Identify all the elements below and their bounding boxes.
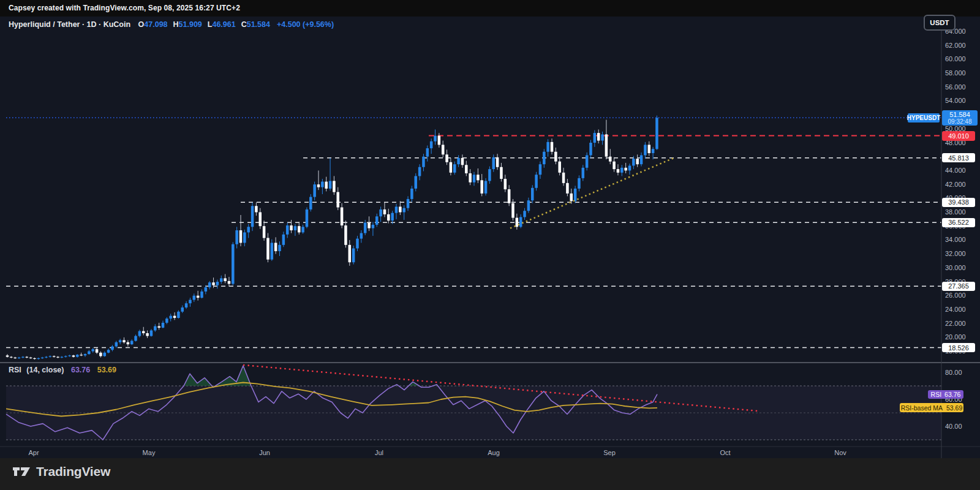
rsi-ma-badge-value: 53.69 <box>946 404 962 412</box>
rsi-value-badge: RSI 63.76 <box>928 390 963 399</box>
rsi-ma-badge-label: RSI-based MA <box>901 404 943 412</box>
change-value: +4.500 (+9.56%) <box>277 20 334 29</box>
price-tick: 32.000 <box>945 250 966 257</box>
tradingview-logo-icon <box>12 464 31 479</box>
price-tick: 30.000 <box>945 264 966 271</box>
chart-canvas[interactable] <box>0 0 980 490</box>
price-line-symbol-badge: HYPEUSDT <box>908 113 940 123</box>
price-tick: 24.000 <box>945 306 966 313</box>
bar-countdown: 09:32:48 <box>948 118 972 125</box>
ohlc-c-value: 51.584 <box>247 20 270 29</box>
symbol-info-row[interactable]: Hyperliquid / Tether · 1D · KuCoin O47.0… <box>9 20 334 29</box>
ohlc-o-label: O <box>138 20 145 29</box>
ohlc-h-value: 51.909 <box>179 20 202 29</box>
tradingview-published-chart: 64.00062.00060.00058.00056.00054.00052.0… <box>0 0 980 490</box>
rsi-badge-value: 63.76 <box>944 391 960 398</box>
price-tick: 44.000 <box>945 167 966 174</box>
currency-toggle-button[interactable]: USDT <box>924 15 956 31</box>
month-tick: Sep <box>603 449 616 456</box>
level-price-badge: 27.365 <box>942 282 975 291</box>
month-tick: May <box>143 449 156 456</box>
attribution-bar: Capsey created with TradingView.com, Sep… <box>0 0 980 17</box>
level-price-badge: 36.522 <box>942 218 975 227</box>
ohlc-o-value: 47.098 <box>144 20 167 29</box>
price-tick: 62.000 <box>945 42 966 49</box>
rsi-params: (14, close) <box>26 366 64 374</box>
month-tick: Jul <box>375 449 383 456</box>
month-tick: Jun <box>259 449 270 456</box>
price-tick: 42.000 <box>945 181 966 188</box>
rsi-title: RSI <box>9 366 21 374</box>
level-price-badge: 18.526 <box>942 343 975 352</box>
tradingview-logo-text: TradingView <box>36 464 110 479</box>
level-price-badge: 39.438 <box>942 198 975 207</box>
rsi-ma-badge: RSI-based MA 53.69 <box>900 403 963 412</box>
last-price-badge: 51.584 09:32:48 <box>942 110 978 126</box>
month-tick: Aug <box>488 449 500 456</box>
resistance-price-badge: 49.010 <box>942 131 975 141</box>
month-tick: Apr <box>28 449 39 456</box>
ohlc-c-label: C <box>241 20 247 29</box>
price-tick: 22.000 <box>945 320 966 327</box>
footer-bar: TradingView <box>0 458 980 490</box>
price-tick: 38.000 <box>945 208 966 216</box>
rsi-value: 63.76 <box>71 366 90 374</box>
rsi-tick: 40.00 <box>945 423 962 430</box>
price-tick: 26.000 <box>945 292 966 299</box>
price-tick: 20.000 <box>945 333 966 341</box>
rsi-ma-value: 53.69 <box>97 366 116 374</box>
rsi-indicator-legend[interactable]: RSI (14, close) 63.76 53.69 <box>9 366 116 374</box>
last-price-value: 51.584 <box>949 111 970 118</box>
price-tick: 54.000 <box>945 97 966 104</box>
rsi-badge-label: RSI <box>931 391 942 398</box>
price-tick: 60.000 <box>945 55 966 62</box>
rsi-tick: 80.00 <box>945 369 962 376</box>
tradingview-logo[interactable]: TradingView <box>12 464 110 479</box>
level-price-badge: 45.813 <box>942 153 975 162</box>
month-tick: Nov <box>834 449 846 456</box>
price-tick: 56.000 <box>945 83 966 91</box>
attribution-text: Capsey created with TradingView.com, Sep… <box>9 0 240 17</box>
price-tick: 58.000 <box>945 69 966 77</box>
price-tick: 34.000 <box>945 236 966 243</box>
symbol-title: Hyperliquid / Tether · 1D · KuCoin <box>9 20 130 29</box>
ohlc-l-value: 46.961 <box>212 20 235 29</box>
ohlc-h-label: H <box>173 20 179 29</box>
month-tick: Oct <box>720 449 730 456</box>
